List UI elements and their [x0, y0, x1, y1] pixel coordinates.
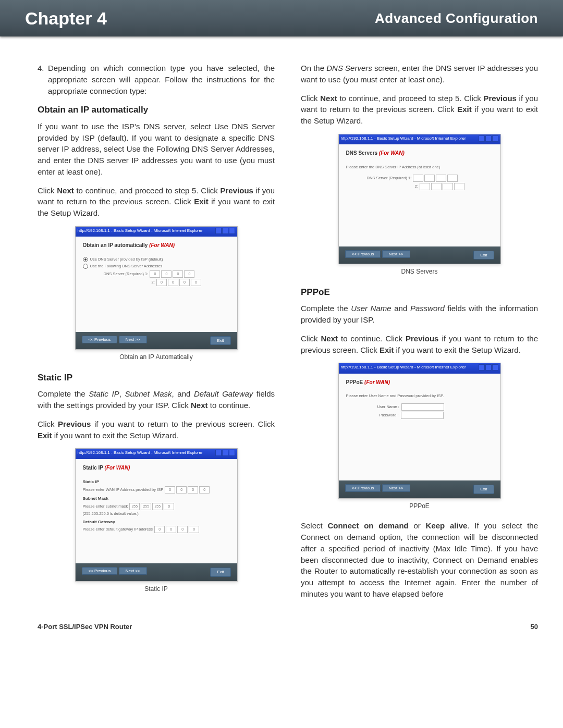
- product-name: 4-Port SSL/IPSec VPN Router: [38, 623, 132, 631]
- prev-button: << Previous: [82, 567, 118, 575]
- window-buttons: [478, 364, 498, 373]
- caption: Static IP: [38, 585, 275, 594]
- radio-icon: [83, 264, 88, 269]
- caption: PPPoE: [301, 502, 538, 511]
- prev-button: << Previous: [345, 250, 381, 258]
- text-input: [401, 412, 444, 419]
- next-button: Next >>: [382, 484, 410, 492]
- screenshot-dns-servers: http://192.168.1.1 - Basic Setup Wizard …: [338, 134, 501, 265]
- prev-button: << Previous: [345, 484, 381, 492]
- chapter-header: Chapter 4 Advanced Configuration: [0, 0, 563, 36]
- subhead-static-ip: Static IP: [38, 372, 275, 385]
- exit-button: Exit: [473, 251, 494, 260]
- para: Select Connect on demand or Keep alive. …: [301, 520, 538, 599]
- screenshot-pppoe: http://192.168.1.1 - Basic Setup Wizard …: [338, 363, 501, 499]
- exit-button: Exit: [210, 567, 230, 577]
- para: If you want to use the ISP's DNS server,…: [38, 121, 275, 178]
- window-title: http://192.168.1.1 - Basic Setup Wizard …: [341, 135, 466, 144]
- para: Click Previous if you want to return to …: [38, 418, 275, 441]
- radio-icon: [83, 257, 88, 262]
- subhead-pppoe: PPPoE: [301, 286, 538, 299]
- next-button: Next >>: [119, 567, 147, 575]
- next-button: Next >>: [382, 250, 410, 258]
- step-number: 4.: [38, 63, 48, 96]
- window-buttons: [478, 135, 498, 144]
- para: On the DNS Servers screen, enter the DNS…: [301, 63, 538, 85]
- para: Click Next to continue, and proceed to s…: [38, 185, 275, 219]
- screenshot-static-ip: http://192.168.1.1 - Basic Setup Wizard …: [75, 448, 238, 581]
- exit-button: Exit: [473, 485, 494, 494]
- prev-button: << Previous: [82, 336, 118, 343]
- window-buttons: [215, 450, 235, 458]
- subhead-obtain-ip: Obtain an IP automatically: [38, 104, 275, 117]
- chapter-title: Chapter 4: [25, 8, 107, 29]
- step-text: Depending on which connection type you h…: [48, 63, 275, 96]
- section-title: Advanced Configuration: [375, 10, 538, 27]
- window-title: http://192.168.1.1 - Basic Setup Wizard …: [78, 228, 203, 236]
- caption: DNS Servers: [301, 267, 538, 276]
- caption: Obtain an IP Automatically: [38, 353, 275, 362]
- para: Click Next to continue, and proceed to s…: [301, 93, 538, 127]
- para: Complete the Static IP, Subnet Mask, and…: [38, 388, 275, 411]
- left-column: 4. Depending on which connection type yo…: [38, 63, 275, 607]
- screenshot-obtain-ip: http://192.168.1.1 - Basic Setup Wizard …: [75, 226, 238, 350]
- next-button: Next >>: [119, 336, 147, 343]
- page-number: 50: [531, 623, 538, 631]
- window-title: http://192.168.1.1 - Basic Setup Wizard …: [78, 450, 203, 458]
- para: Complete the User Name and Password fiel…: [301, 303, 538, 326]
- window-title: http://192.168.1.1 - Basic Setup Wizard …: [341, 364, 466, 373]
- right-column: On the DNS Servers screen, enter the DNS…: [301, 63, 538, 607]
- para: Click Next to continue. Click Previous i…: [301, 333, 538, 356]
- window-buttons: [215, 228, 235, 236]
- exit-button: Exit: [210, 336, 230, 346]
- page-footer: 4-Port SSL/IPSec VPN Router 50: [0, 618, 563, 641]
- text-input: [401, 403, 444, 411]
